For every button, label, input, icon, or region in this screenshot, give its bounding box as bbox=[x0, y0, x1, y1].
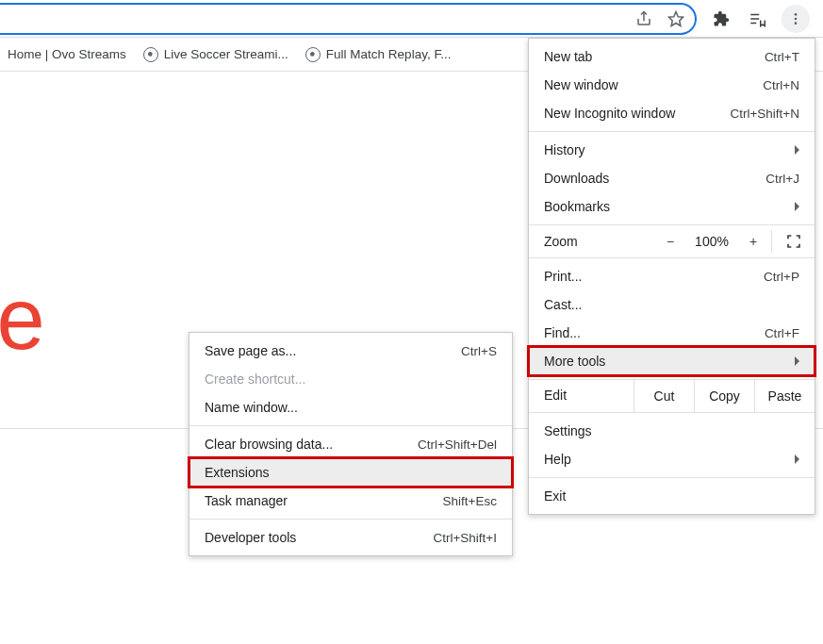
menu-cast[interactable]: Cast... bbox=[529, 290, 815, 319]
menu-shortcut: Shift+Esc bbox=[443, 494, 497, 508]
reading-list-icon[interactable] bbox=[746, 8, 768, 30]
bookmark-item-full-match[interactable]: Full Match Replay, F... bbox=[305, 47, 452, 62]
menu-more-tools[interactable]: More tools bbox=[529, 347, 815, 375]
menu-label: Find... bbox=[544, 325, 765, 340]
submenu-developer-tools[interactable]: Developer tools Ctrl+Shift+I bbox=[189, 523, 512, 552]
menu-label: More tools bbox=[544, 354, 787, 369]
menu-label: Exit bbox=[544, 488, 799, 504]
menu-label: New window bbox=[544, 77, 763, 92]
bookmark-item-live-soccer[interactable]: Live Soccer Streami... bbox=[143, 47, 288, 62]
menu-history[interactable]: History bbox=[529, 136, 815, 164]
edit-cut-button[interactable]: Cut bbox=[634, 380, 694, 412]
submenu-arrow-icon bbox=[795, 202, 799, 211]
menu-label: Print... bbox=[544, 269, 764, 284]
menu-shortcut: Ctrl+N bbox=[763, 78, 799, 92]
menu-label: Settings bbox=[544, 423, 799, 438]
edit-label: Edit bbox=[529, 380, 634, 412]
edit-paste-button[interactable]: Paste bbox=[754, 380, 815, 412]
logo-letter-e: e bbox=[0, 271, 41, 367]
submenu-save-page-as[interactable]: Save page as... Ctrl+S bbox=[189, 337, 512, 365]
more-tools-submenu: Save page as... Ctrl+S Create shortcut..… bbox=[189, 332, 513, 556]
submenu-clear-browsing-data[interactable]: Clear browsing data... Ctrl+Shift+Del bbox=[189, 430, 512, 458]
menu-find[interactable]: Find... Ctrl+F bbox=[529, 319, 815, 347]
edit-copy-button[interactable]: Copy bbox=[694, 380, 754, 412]
menu-help[interactable]: Help bbox=[529, 445, 815, 473]
submenu-name-window[interactable]: Name window... bbox=[189, 393, 512, 421]
menu-label: History bbox=[544, 142, 787, 157]
extensions-puzzle-icon[interactable] bbox=[710, 8, 732, 30]
submenu-arrow-icon bbox=[795, 454, 799, 464]
menu-settings[interactable]: Settings bbox=[529, 417, 815, 445]
svg-point-5 bbox=[795, 17, 798, 20]
menu-exit[interactable]: Exit bbox=[529, 482, 815, 510]
chrome-main-menu: New tab Ctrl+T New window Ctrl+N New Inc… bbox=[528, 38, 815, 515]
zoom-in-button[interactable]: + bbox=[739, 230, 767, 253]
zoom-out-button[interactable]: − bbox=[656, 230, 684, 253]
menu-label: Cast... bbox=[544, 297, 799, 312]
menu-new-tab[interactable]: New tab Ctrl+T bbox=[529, 42, 815, 71]
menu-zoom-row: Zoom − 100% + bbox=[529, 225, 815, 257]
menu-label: Extensions bbox=[205, 465, 497, 480]
bookmark-label: Live Soccer Streami... bbox=[164, 47, 288, 61]
menu-label: Task manager bbox=[205, 493, 443, 508]
menu-downloads[interactable]: Downloads Ctrl+J bbox=[529, 164, 815, 192]
menu-shortcut: Ctrl+S bbox=[461, 344, 497, 358]
menu-edit-row: Edit Cut Copy Paste bbox=[529, 380, 815, 412]
bookmark-label: Home | Ovo Streams bbox=[8, 47, 126, 61]
browser-toolbar bbox=[0, 0, 823, 38]
svg-marker-0 bbox=[669, 11, 683, 25]
zoom-value: 100% bbox=[688, 234, 735, 249]
bookmark-label: Full Match Replay, F... bbox=[326, 47, 452, 61]
menu-label: Create shortcut... bbox=[205, 372, 497, 387]
menu-shortcut: Ctrl+Shift+Del bbox=[418, 438, 497, 452]
menu-label: Help bbox=[544, 452, 787, 467]
menu-label: Developer tools bbox=[205, 530, 433, 545]
submenu-arrow-icon bbox=[795, 145, 799, 155]
toolbar-right bbox=[704, 5, 823, 33]
submenu-create-shortcut: Create shortcut... bbox=[189, 365, 512, 393]
submenu-extensions[interactable]: Extensions bbox=[189, 458, 512, 487]
menu-shortcut: Ctrl+J bbox=[765, 172, 799, 186]
soccer-ball-icon bbox=[143, 47, 158, 62]
menu-label: Downloads bbox=[544, 171, 765, 186]
menu-bookmarks[interactable]: Bookmarks bbox=[529, 192, 815, 221]
address-bar[interactable] bbox=[0, 3, 697, 35]
submenu-task-manager[interactable]: Task manager Shift+Esc bbox=[189, 487, 512, 515]
share-icon[interactable] bbox=[633, 8, 655, 30]
menu-print[interactable]: Print... Ctrl+P bbox=[529, 262, 815, 290]
bookmark-item-ovo[interactable]: Home | Ovo Streams bbox=[8, 47, 126, 61]
svg-point-4 bbox=[795, 13, 798, 16]
menu-label: Bookmarks bbox=[544, 199, 787, 214]
menu-shortcut: Ctrl+Shift+N bbox=[730, 107, 799, 121]
menu-label: New tab bbox=[544, 49, 765, 64]
menu-label: Name window... bbox=[205, 400, 497, 415]
fullscreen-button[interactable] bbox=[771, 230, 805, 253]
star-icon[interactable] bbox=[665, 8, 687, 30]
menu-label: New Incognito window bbox=[544, 106, 730, 121]
svg-point-6 bbox=[795, 22, 798, 25]
menu-shortcut: Ctrl+P bbox=[764, 270, 799, 284]
menu-label: Save page as... bbox=[205, 343, 461, 358]
menu-shortcut: Ctrl+T bbox=[765, 50, 799, 64]
google-logo-fragment: le bbox=[0, 270, 41, 369]
menu-shortcut: Ctrl+F bbox=[765, 326, 799, 340]
menu-new-incognito[interactable]: New Incognito window Ctrl+Shift+N bbox=[529, 99, 815, 127]
menu-dots-icon[interactable] bbox=[782, 5, 810, 33]
menu-shortcut: Ctrl+Shift+I bbox=[433, 531, 497, 545]
menu-new-window[interactable]: New window Ctrl+N bbox=[529, 71, 815, 99]
menu-label: Clear browsing data... bbox=[205, 437, 418, 452]
submenu-arrow-icon bbox=[795, 356, 799, 366]
zoom-label: Zoom bbox=[544, 234, 652, 249]
soccer-ball-icon bbox=[305, 47, 321, 62]
